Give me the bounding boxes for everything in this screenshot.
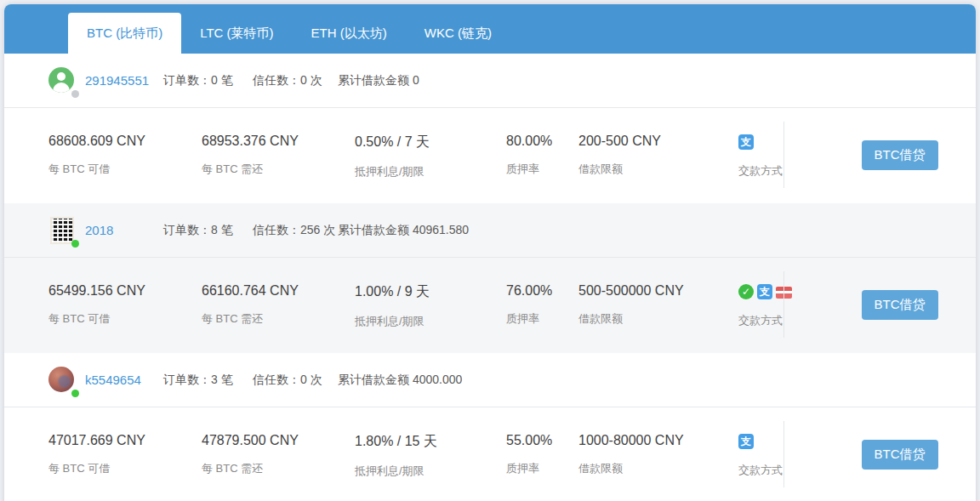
- field-label: 每 BTC 需还: [202, 311, 355, 327]
- loan-listing: k5549654 订单数：3 笔 信任数：0 次 累计借款金额 4000.000…: [4, 353, 976, 501]
- status-dot: [71, 240, 79, 248]
- field-label: 抵押利息/期限: [355, 164, 506, 179]
- action-area: BTC借贷: [823, 433, 976, 501]
- loan-field: 1.00% / 9 天 抵押利息/期限: [355, 283, 506, 353]
- username-link[interactable]: 2018: [85, 223, 163, 237]
- trust-count: 信任数：0 次: [253, 373, 338, 388]
- loan-field: 65499.156 CNY 每 BTC 可借: [48, 283, 202, 353]
- status-dot: [71, 90, 79, 98]
- action-area: BTC借贷: [823, 134, 976, 203]
- loan-field: 1.80% / 15 天 抵押利息/期限: [355, 433, 506, 501]
- loan-field: 47017.669 CNY 每 BTC 可借: [48, 433, 202, 501]
- loan-field: 66160.764 CNY 每 BTC 需还: [202, 283, 355, 353]
- loan-listing: 291945551 订单数：0 笔 信任数：0 次 累计借款金额 0 68608…: [4, 54, 976, 203]
- alipay-icon: 支: [757, 284, 772, 299]
- field-value: 500-500000 CNY: [578, 283, 738, 299]
- action-area: BTC借贷: [823, 283, 976, 353]
- cumulative-borrowed: 累计借款金额 4000.000: [338, 373, 462, 388]
- field-value: 68608.609 CNY: [48, 134, 202, 149]
- field-value: 47017.669 CNY: [48, 433, 202, 448]
- payment-methods: ✓支 交款方式: [738, 283, 823, 353]
- lending-panel: BTC (比特币)LTC (莱特币)ETH (以太坊)WKC (链克) 2919…: [4, 4, 976, 501]
- avatar: [48, 367, 81, 394]
- field-value: 80.00%: [506, 134, 578, 149]
- loan-field: 47879.500 CNY 每 BTC 需还: [202, 433, 355, 501]
- loan-field: 68953.376 CNY 每 BTC 需还: [202, 134, 355, 203]
- field-value: 1.00% / 9 天: [355, 283, 506, 301]
- payment-label: 交款方式: [738, 313, 823, 328]
- field-value: 68953.376 CNY: [202, 134, 355, 149]
- payment-icons: 支: [738, 134, 823, 151]
- avatar-image: [48, 367, 74, 392]
- loan-field: 0.50% / 7 天 抵押利息/期限: [355, 134, 506, 203]
- trust-count: 信任数：0 次: [253, 73, 338, 88]
- avatar-image: [50, 217, 74, 244]
- payment-methods: 支 交款方式: [738, 134, 823, 203]
- order-count: 订单数：3 笔: [163, 373, 253, 388]
- alipay-icon: 支: [738, 434, 754, 449]
- loan-field: 1000-80000 CNY 借款限额: [578, 433, 738, 501]
- payment-methods: 支 交款方式: [738, 433, 823, 501]
- field-value: 65499.156 CNY: [48, 283, 202, 299]
- wechat-icon: ✓: [738, 284, 754, 299]
- field-label: 每 BTC 可借: [48, 461, 202, 476]
- payment-label: 交款方式: [738, 463, 823, 478]
- username-link[interactable]: k5549654: [85, 373, 163, 387]
- field-label: 质押率: [506, 162, 578, 177]
- loan-detail-row: 65499.156 CNY 每 BTC 可借 66160.764 CNY 每 B…: [4, 258, 976, 353]
- loan-detail-row: 47017.669 CNY 每 BTC 可借 47879.500 CNY 每 B…: [4, 407, 976, 501]
- status-dot: [71, 390, 79, 397]
- username-link[interactable]: 291945551: [85, 73, 163, 88]
- alipay-icon: 支: [738, 134, 754, 150]
- field-value: 55.00%: [506, 433, 578, 448]
- field-value: 1000-80000 CNY: [578, 433, 738, 448]
- btc-loan-button[interactable]: BTC借贷: [862, 440, 938, 470]
- field-label: 质押率: [506, 461, 578, 476]
- field-label: 抵押利息/期限: [355, 464, 506, 479]
- payment-label: 交款方式: [738, 163, 823, 179]
- field-label: 借款限额: [578, 461, 738, 476]
- loan-field: 500-500000 CNY 借款限额: [578, 283, 738, 353]
- loan-field: 55.00% 质押率: [506, 433, 578, 501]
- field-value: 0.50% / 7 天: [355, 134, 506, 151]
- field-value: 200-500 CNY: [578, 134, 738, 149]
- field-label: 每 BTC 可借: [48, 311, 202, 327]
- order-count: 订单数：0 笔: [163, 73, 253, 88]
- order-count: 订单数：8 笔: [163, 223, 253, 238]
- loan-field: 200-500 CNY 借款限额: [578, 134, 738, 203]
- field-value: 66160.764 CNY: [202, 283, 355, 299]
- loan-listing: 2018 订单数：8 笔 信任数：256 次 累计借款金额 40961.580 …: [4, 203, 976, 353]
- field-value: 47879.500 CNY: [202, 433, 355, 448]
- avatar: [48, 67, 81, 94]
- field-label: 抵押利息/期限: [355, 314, 506, 329]
- currency-tab[interactable]: WKC (链克): [406, 13, 510, 54]
- field-value: 1.80% / 15 天: [355, 433, 506, 451]
- btc-loan-button[interactable]: BTC借贷: [862, 140, 938, 170]
- user-row: 291945551 订单数：0 笔 信任数：0 次 累计借款金额 0: [4, 54, 976, 108]
- field-label: 每 BTC 需还: [202, 162, 355, 177]
- loan-field: 76.00% 质押率: [506, 283, 578, 353]
- vertical-divider: [783, 271, 784, 338]
- vertical-divider: [783, 421, 784, 487]
- listings: 291945551 订单数：0 笔 信任数：0 次 累计借款金额 0 68608…: [4, 54, 976, 501]
- avatar-image: [48, 67, 74, 93]
- currency-tab[interactable]: BTC (比特币): [68, 13, 181, 54]
- payment-icons: 支: [738, 433, 823, 450]
- currency-tab-bar: BTC (比特币)LTC (莱特币)ETH (以太坊)WKC (链克): [4, 4, 976, 54]
- loan-field: 68608.609 CNY 每 BTC 可借: [48, 134, 202, 203]
- user-row: 2018 订单数：8 笔 信任数：256 次 累计借款金额 40961.580: [4, 203, 976, 258]
- field-label: 每 BTC 可借: [48, 162, 202, 177]
- trust-count: 信任数：256 次: [253, 223, 338, 238]
- user-row: k5549654 订单数：3 笔 信任数：0 次 累计借款金额 4000.000: [4, 353, 976, 407]
- btc-loan-button[interactable]: BTC借贷: [862, 290, 938, 320]
- avatar: [48, 217, 81, 244]
- field-label: 借款限额: [578, 311, 738, 327]
- currency-tab[interactable]: LTC (莱特币): [181, 13, 292, 54]
- field-label: 借款限额: [578, 162, 738, 177]
- field-label: 每 BTC 需还: [202, 461, 355, 476]
- loan-detail-row: 68608.609 CNY 每 BTC 可借 68953.376 CNY 每 B…: [4, 108, 976, 203]
- currency-tab[interactable]: ETH (以太坊): [293, 13, 406, 54]
- loan-field: 80.00% 质押率: [506, 134, 578, 203]
- vertical-divider: [783, 122, 784, 188]
- cumulative-borrowed: 累计借款金额 0: [338, 73, 419, 88]
